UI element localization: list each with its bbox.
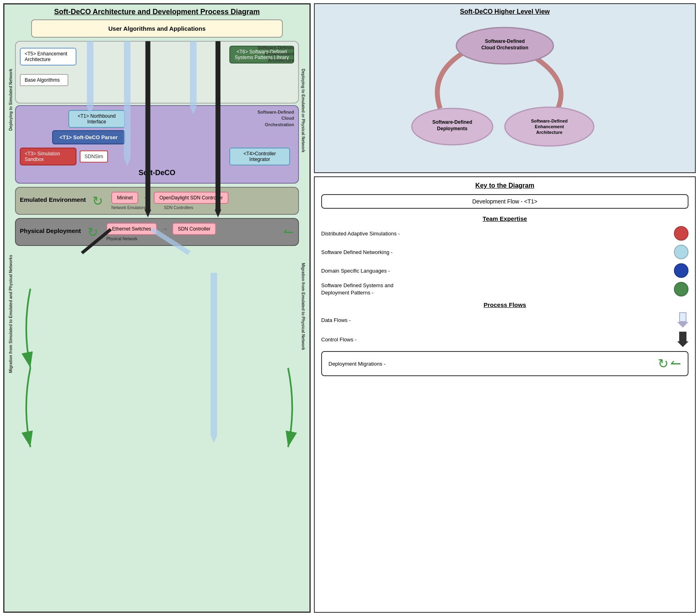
green-arrows: ↻ ↼ xyxy=(658,356,681,371)
process-flows-title: Process Flows xyxy=(321,301,688,308)
t4-box: <T4>Controller Integrator xyxy=(229,148,290,165)
softdeco-main-label: Soft-DeCO xyxy=(20,169,294,177)
expertise-item-dsl: Domain Specific Languages - xyxy=(321,263,688,278)
ethernet-box: Ethernet Switches xyxy=(106,223,157,235)
higher-level-title: Soft-DeCO Higher Level View xyxy=(319,8,691,15)
svg-text:Software-Defined: Software-Defined xyxy=(432,119,472,125)
base-algo-label: Base Algorithms xyxy=(25,77,60,83)
emulated-env-label: Emulated Environment xyxy=(20,196,86,203)
mininet-box: Mininet xyxy=(111,192,138,204)
green-arrow-1: ↻ xyxy=(658,356,669,371)
circle-dsl xyxy=(674,263,688,278)
t3-sim-box: <T3> Simulation Sandbox xyxy=(20,148,76,165)
enhance-arch-label: Software-DefinedEnhancementArchitecture xyxy=(258,45,294,64)
deploy-migration-box: Deployment Migrations - ↻ ↼ xyxy=(321,351,688,376)
t5-label: <T5> Enhancement Architecture xyxy=(25,51,67,62)
control-flow-arrow xyxy=(677,332,688,347)
svg-text:Software-Defined: Software-Defined xyxy=(485,38,525,44)
deploy-migration-label: Deployment Migrations - xyxy=(328,361,386,367)
control-flow-item: Control Flows - xyxy=(321,332,688,347)
migration-arrow-phys-left: ↻ xyxy=(87,224,98,240)
cycle-svg: Software-Defined Cloud Orchestration Sof… xyxy=(319,19,691,157)
physical-deploy: Physical Deployment ↻ Ethernet Switches … xyxy=(15,218,299,246)
expertise-item-sds: Software Defined Systems and Deployment … xyxy=(321,282,688,296)
right-panel: Soft-DeCO Higher Level View Software-Def… xyxy=(314,3,696,613)
cloud-orch-label: Software-DefinedCloudOrchestration xyxy=(258,109,294,128)
expertise-label-distributed: Distributed Adaptive Simulations - xyxy=(321,231,400,237)
data-flow-arrow xyxy=(677,312,688,328)
physical-deploy-label: Physical Deployment xyxy=(20,227,81,234)
key-panel: Key to the Diagram Development Flow - <T… xyxy=(314,176,696,613)
expertise-label-sds: Software Defined Systems and Deployment … xyxy=(321,282,422,296)
phys-sublabels: Physical Network xyxy=(106,237,216,241)
arrow-emulated-right: → xyxy=(142,194,150,202)
green-arrow-2: ↼ xyxy=(670,356,681,371)
dev-flow-label: Development Flow - <T1> xyxy=(472,198,537,205)
expertise-item-sdn: Software Defined Networking - xyxy=(321,245,688,259)
phys-components: Ethernet Switches → SDN Controller xyxy=(106,223,216,235)
expertise-list: Distributed Adaptive Simulations - Softw… xyxy=(321,226,688,296)
cycle-diagram: Software-Defined Cloud Orchestration Sof… xyxy=(319,19,691,157)
circle-distributed xyxy=(674,226,688,241)
t1-parser-box: <T1> Soft-DeCO Parser xyxy=(52,130,125,144)
arrow-phys-right: → xyxy=(161,225,168,233)
svg-text:Enhancement: Enhancement xyxy=(535,124,564,129)
higher-level-panel: Soft-DeCO Higher Level View Software-Def… xyxy=(314,3,696,173)
user-algo-box: User Algorithms and Applications xyxy=(31,19,283,38)
data-flow-item: Data Flows - xyxy=(321,312,688,328)
circle-sdn xyxy=(674,245,688,259)
env-sublabels: Network Emulators SDN Controllers xyxy=(111,205,228,210)
opendaylight-box: OpenDaylight SDN Controller xyxy=(154,192,229,204)
key-title: Key to the Diagram xyxy=(321,182,688,189)
svg-text:Cloud Orchestration: Cloud Orchestration xyxy=(481,45,528,51)
circle-sds xyxy=(674,282,688,296)
user-algo-label: User Algorithms and Applications xyxy=(108,25,206,32)
svg-text:Deployments: Deployments xyxy=(437,126,468,131)
enhance-arch-outer: Software-DefinedEnhancementArchitecture … xyxy=(15,41,299,104)
t1-northbound-box: <T1> Northbound Interface xyxy=(68,110,125,128)
control-flows-label: Control Flows - xyxy=(321,337,356,343)
base-algo-box: Base Algorithms xyxy=(20,74,68,86)
deploy-emulated-label: Deploying to Emulated or Physical Networ… xyxy=(300,68,306,153)
data-flows-label: Data Flows - xyxy=(321,317,351,323)
migration-sim-emul-label: Migration from Simulated to Emulated and… xyxy=(8,254,14,374)
left-panel: Soft-DeCO Architecture and Development P… xyxy=(3,3,311,613)
softdeco-cloud-box: Software-DefinedCloudOrchestration <T1> … xyxy=(15,105,299,184)
migration-arrow-emulated-left: ↻ xyxy=(92,193,103,209)
emulated-env: Emulated Environment ↻ Mininet → OpenDay… xyxy=(15,187,299,215)
migration-emul-phys-label: Migration from Emulated to Physical Netw… xyxy=(300,262,306,351)
expertise-item-distributed: Distributed Adaptive Simulations - xyxy=(321,226,688,241)
svg-text:Architecture: Architecture xyxy=(536,130,563,135)
expertise-label-sdn: Software Defined Networking - xyxy=(321,249,392,255)
migration-arrow-phys-right: ↼ xyxy=(283,224,294,240)
team-expertise-title: Team Expertise xyxy=(321,215,688,222)
deploy-simulated-label: Deploying to Simulated Network xyxy=(8,68,14,131)
main-title: Soft-DeCO Architecture and Development P… xyxy=(8,8,306,16)
t5-box: <T5> Enhancement Architecture xyxy=(20,48,76,66)
dev-flow-box: Development Flow - <T1> xyxy=(321,194,688,209)
svg-text:Software-Defined: Software-Defined xyxy=(531,119,568,123)
expertise-label-dsl: Domain Specific Languages - xyxy=(321,268,390,274)
sdn-ctrl-box: SDN Controller xyxy=(172,223,216,235)
sdnsim-box: SDNSim xyxy=(80,150,108,163)
